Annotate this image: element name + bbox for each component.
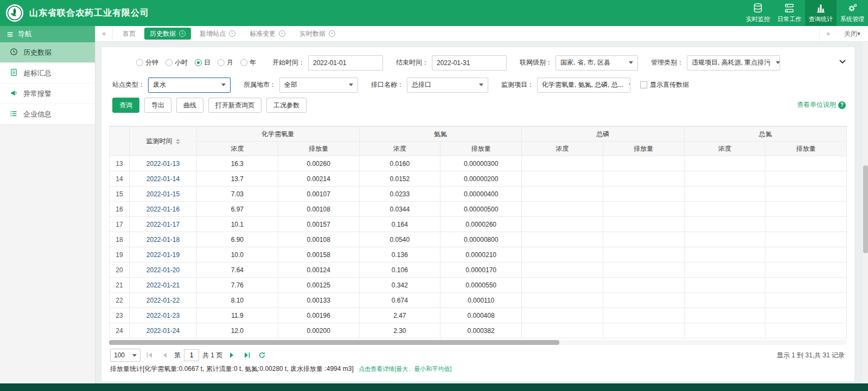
data-cell: [603, 217, 684, 232]
data-cell: [684, 323, 765, 338]
period-radio-小时[interactable]: 小时: [165, 58, 188, 67]
date-link[interactable]: 2022-01-13: [130, 156, 197, 171]
data-cell: 0.136: [359, 247, 441, 262]
table-group-header-row: 监测时间 化学需氧量氨氮总磷总氮: [110, 127, 847, 142]
date-link[interactable]: 2022-01-24: [130, 323, 197, 338]
outlet-select[interactable]: 总排口: [407, 78, 488, 93]
date-link[interactable]: 2022-01-19: [130, 247, 197, 262]
first-page-icon[interactable]: [144, 349, 156, 361]
monitor-items-select[interactable]: 化学需氧量, 氨氮, 总磷, 总...: [537, 78, 630, 93]
sidebar-item-company-info[interactable]: 企业信息: [0, 104, 95, 125]
page-number-input[interactable]: [184, 349, 199, 361]
date-link[interactable]: 2022-01-15: [130, 187, 197, 202]
close-tabs-menu[interactable]: 关闭▾: [837, 26, 868, 42]
tab-bar: « 首页历史数据×新增站点×标准变更×实时数据× » 关闭▾: [95, 26, 868, 42]
group-header: 总氮: [684, 127, 847, 142]
close-icon[interactable]: ×: [329, 30, 335, 37]
data-cell: 0.00196: [278, 308, 359, 323]
tab-realtime-data[interactable]: 实时数据×: [294, 28, 341, 40]
sort-icon[interactable]: [176, 139, 180, 144]
period-radio-年[interactable]: 年: [240, 58, 256, 67]
bar-chart-icon: [815, 3, 826, 14]
manage-category-select[interactable]: 违规项目, 高耗源, 重点排污: [687, 55, 780, 70]
topnav-item-realtime-monitor[interactable]: 实时监控: [742, 0, 774, 26]
date-link[interactable]: 2022-01-17: [130, 217, 197, 232]
sub-header: 排放量: [278, 142, 359, 156]
table-body: 132022-01-1316.30.002600.01600.000003001…: [110, 156, 847, 338]
sidebar-item-abnormal-alarm[interactable]: 异常报警: [0, 84, 95, 104]
start-date-input[interactable]: [308, 55, 383, 70]
close-icon[interactable]: ×: [179, 30, 186, 37]
period-radio-日[interactable]: 日: [195, 58, 210, 67]
data-cell: 0.00108: [278, 202, 359, 217]
manage-category-value: 违规项目, 高耗源, 重点排污: [692, 58, 770, 67]
sidebar-items: 历史数据超标汇总异常报警企业信息: [0, 42, 95, 125]
date-link[interactable]: 2022-01-16: [130, 202, 197, 217]
tab-home[interactable]: 首页: [117, 28, 141, 40]
date-link[interactable]: 2022-01-18: [130, 232, 197, 247]
data-cell: 0.00124: [278, 262, 359, 278]
content-area: « 首页历史数据×新增站点×标准变更×实时数据× » 关闭▾ 分钟小时日月年 开…: [95, 26, 868, 383]
date-link[interactable]: 2022-01-23: [130, 308, 197, 323]
tab-new-site[interactable]: 新增站点×: [194, 28, 241, 40]
data-cell: 7.03: [197, 187, 278, 202]
direct-data-checkbox[interactable]: 显示直传数据: [640, 80, 689, 89]
sub-header: 浓度: [197, 142, 278, 156]
export-button[interactable]: 导出: [144, 98, 171, 113]
row-index: 13: [110, 156, 130, 171]
date-link[interactable]: 2022-01-20: [130, 262, 197, 278]
page-size-value: 100: [114, 351, 125, 359]
last-page-icon[interactable]: [241, 349, 253, 361]
tabs: 首页历史数据×新增站点×标准变更×实时数据×: [113, 28, 819, 40]
data-cell: 10.0: [197, 247, 278, 262]
topnav-item-query-stats[interactable]: 查询统计: [805, 0, 837, 26]
tab-history[interactable]: 历史数据×: [144, 28, 191, 40]
next-page-icon[interactable]: [226, 349, 238, 361]
date-link[interactable]: 2022-01-14: [130, 171, 197, 187]
network-level-select[interactable]: 国家, 省, 市, 区县: [556, 55, 638, 70]
list-icon: [10, 110, 18, 119]
vertical-scrollbar-thumb[interactable]: [863, 165, 868, 253]
tab-standard-change[interactable]: 标准变更×: [244, 28, 291, 40]
refresh-icon[interactable]: [256, 349, 268, 361]
data-cell: 0.00108: [278, 232, 359, 247]
data-cell: 0.00000400: [441, 187, 522, 202]
data-cell: [522, 308, 603, 323]
date-link[interactable]: 2022-01-21: [130, 278, 197, 293]
network-level-value: 国家, 省, 市, 区县: [560, 58, 610, 67]
close-icon[interactable]: ×: [229, 30, 235, 37]
horizontal-scrollbar-thumb[interactable]: [109, 340, 559, 345]
city-select[interactable]: 全部: [279, 78, 358, 93]
period-radio-分钟[interactable]: 分钟: [136, 58, 158, 67]
topnav-item-daily-work[interactable]: 日常工作: [774, 0, 805, 26]
work-params-button[interactable]: 工况参数: [266, 98, 307, 113]
period-radio-月[interactable]: 月: [218, 58, 233, 67]
close-icon[interactable]: ×: [279, 30, 285, 37]
end-date-input[interactable]: [432, 55, 507, 70]
time-column-header[interactable]: 监测时间: [130, 127, 197, 156]
page-size-select[interactable]: 100: [110, 349, 141, 362]
sidebar-item-history-data[interactable]: 历史数据: [0, 42, 95, 63]
horizontal-scrollbar: [109, 340, 847, 345]
view-detail-link[interactable]: 点击查看详情[最大、最小和平均值]: [359, 366, 451, 372]
chevron-down-icon: [132, 354, 137, 357]
unit-help-link[interactable]: 查看单位说明 ?: [797, 100, 846, 110]
prev-page-icon[interactable]: [159, 349, 171, 361]
topnav-item-system-manage[interactable]: 系统管理: [837, 0, 868, 26]
curve-button[interactable]: 曲线: [176, 98, 203, 113]
top-nav: 实时监控日常工作查询统计系统管理: [742, 0, 868, 26]
data-cell: 0.00000300: [441, 156, 522, 171]
collapse-filters-icon[interactable]: [838, 57, 847, 67]
sidebar-item-over-limit[interactable]: 超标汇总: [0, 63, 95, 84]
data-cell: 7.64: [197, 262, 278, 278]
open-new-query-button[interactable]: 打开新查询页: [208, 98, 261, 113]
data-cell: [522, 278, 603, 293]
date-link[interactable]: 2022-01-22: [130, 293, 197, 308]
tabs-scroll-right-icon[interactable]: »: [819, 26, 837, 42]
query-button[interactable]: 查询: [112, 98, 139, 113]
data-cell: 0.0000210: [441, 247, 522, 262]
tabs-scroll-left-icon[interactable]: «: [95, 26, 113, 42]
outlet-label: 排口名称：: [371, 80, 404, 89]
sub-header: 浓度: [684, 142, 765, 156]
site-type-select[interactable]: 废水: [148, 78, 231, 93]
